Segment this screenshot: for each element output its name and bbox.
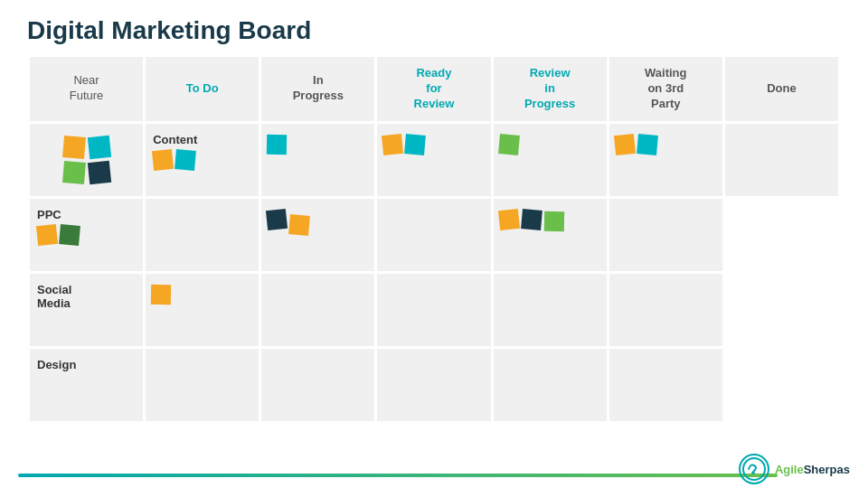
sticky <box>521 209 542 230</box>
cell-content-done <box>725 124 838 196</box>
col-header-review: ReviewinProgress <box>494 57 607 121</box>
svg-point-0 <box>743 458 765 480</box>
table-row: SocialMedia <box>30 274 838 346</box>
cell-ppc-waiting <box>494 199 607 271</box>
row-label-design: Design <box>30 349 143 421</box>
logo-area: AgileSherpas <box>739 454 850 484</box>
sticky-nf-4 <box>87 160 110 183</box>
sticky-nf-2 <box>87 135 110 158</box>
cell-ppc-inprogress <box>146 199 259 271</box>
cell-ppc-ready <box>261 199 374 271</box>
logo-svg <box>741 456 767 482</box>
cell-design-waiting <box>494 349 607 421</box>
sticky <box>543 211 563 230</box>
cell-social-waiting <box>494 274 607 346</box>
cell-content-review <box>494 124 607 196</box>
cell-design-ready <box>261 349 374 421</box>
sticky <box>36 224 58 246</box>
sticky <box>614 134 636 155</box>
page-title: Digital Marketing Board <box>0 0 868 54</box>
col-header-ready: ReadyforReview <box>377 57 490 121</box>
board-container: NearFuture To Do InProgress ReadyforRevi… <box>0 54 868 424</box>
logo-sherpas: Sherpas <box>804 463 850 476</box>
cell-ppc-review <box>377 199 490 271</box>
bottom-bar <box>18 474 778 477</box>
sticky <box>405 134 427 155</box>
cell-social-inprogress <box>146 274 259 346</box>
kanban-table: NearFuture To Do InProgress ReadyforRevi… <box>27 54 841 424</box>
row-label-content: Content <box>146 124 259 196</box>
sticky <box>637 134 658 155</box>
cell-social-ready <box>261 274 374 346</box>
cell-content-inprogress <box>261 124 374 196</box>
cell-social-done <box>609 274 722 346</box>
cell-design-done <box>609 349 722 421</box>
sticky <box>59 224 80 246</box>
row-label-socialmedia: SocialMedia <box>30 274 143 346</box>
sticky <box>497 209 519 230</box>
sticky <box>382 134 403 155</box>
col-header-waiting: Waitingon 3rdParty <box>609 57 722 121</box>
sticky-nf-1 <box>62 136 86 159</box>
sticky-nf-3 <box>62 161 86 184</box>
sticky <box>175 149 196 171</box>
near-future-cell <box>30 124 143 196</box>
col-header-done: Done <box>725 57 838 121</box>
logo-agile: Agile <box>775 463 804 476</box>
cell-ppc-done <box>609 199 722 271</box>
sticky <box>266 209 288 230</box>
sticky <box>151 284 171 304</box>
cell-design-inprogress <box>146 349 259 421</box>
sticky <box>152 149 174 171</box>
table-row: Design <box>30 349 838 421</box>
row-label-ppc: PPC <box>30 199 143 271</box>
sticky <box>288 214 310 236</box>
near-future-stickies <box>60 133 114 187</box>
sticky <box>498 134 520 155</box>
col-header-inprogress: InProgress <box>261 57 374 121</box>
table-row: Content <box>30 124 838 196</box>
cell-social-review <box>377 274 490 346</box>
logo-text: AgileSherpas <box>775 463 850 476</box>
cell-content-ready <box>377 124 490 196</box>
cell-design-review <box>377 349 490 421</box>
sticky <box>267 134 287 154</box>
logo-icon <box>739 454 769 484</box>
col-header-near-future: NearFuture <box>30 57 143 121</box>
table-row: PPC <box>30 199 838 271</box>
cell-content-waiting <box>609 124 722 196</box>
col-header-todo: To Do <box>146 57 259 121</box>
